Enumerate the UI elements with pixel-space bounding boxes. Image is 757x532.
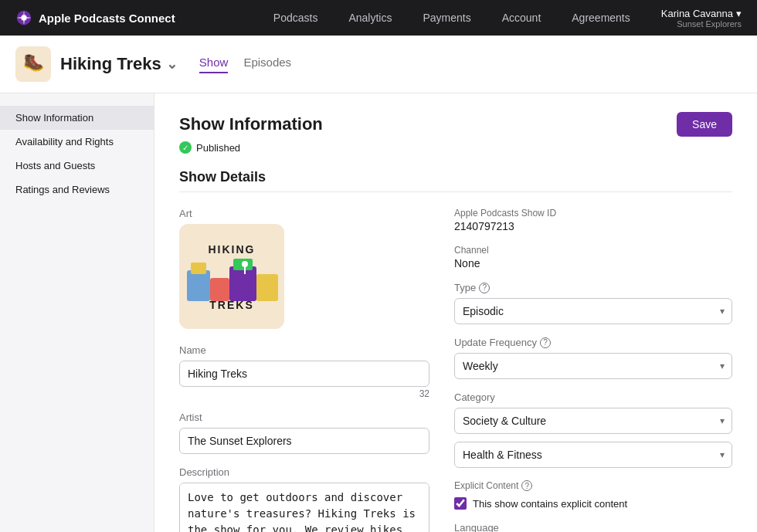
nav-links: Podcasts Analytics Payments Account Agre…: [273, 12, 630, 24]
sidebar-item-availability[interactable]: Availability and Rights: [0, 130, 154, 154]
type-field: Type ? Episodic Serial ▾: [454, 282, 732, 324]
category2-select-wrapper: Health & Fitness ▾: [454, 442, 732, 468]
frequency-label: Update Frequency: [454, 337, 537, 348]
description-label: Description: [179, 466, 429, 478]
art-box: HIKING TREKS: [179, 224, 284, 329]
show-id-label: Apple Podcasts Show ID: [454, 208, 732, 219]
show-thumbnail: 🥾: [15, 46, 51, 82]
svg-rect-6: [191, 263, 206, 274]
nav-link-analytics[interactable]: Analytics: [348, 12, 392, 24]
show-title-text: Hiking Treks: [60, 54, 161, 74]
category1-select-wrapper: Society & Culture ▾: [454, 408, 732, 434]
name-label: Name: [179, 344, 429, 356]
main-content: Show Information Save ✓ Published Show D…: [154, 93, 757, 532]
art-field: Art HIKING: [179, 208, 429, 329]
show-title-area: Hiking Treks ⌄: [60, 54, 178, 74]
category-label: Category: [454, 391, 732, 403]
language-field: Language English Spanish French ▾: [454, 522, 732, 532]
artist-field: Artist: [179, 412, 429, 454]
tab-episodes[interactable]: Episodes: [243, 56, 291, 73]
nav-link-podcasts[interactable]: Podcasts: [273, 12, 318, 24]
page-title: Show Information: [179, 114, 323, 134]
brand-label: Apple Podcasts Connect: [39, 12, 175, 25]
left-column: Art HIKING: [179, 208, 429, 532]
show-tabs: Show Episodes: [199, 56, 291, 73]
art-label: Art: [179, 208, 429, 219]
svg-rect-8: [229, 266, 256, 301]
explicit-help-icon[interactable]: ?: [521, 480, 532, 491]
svg-text:TREKS: TREKS: [209, 299, 253, 311]
name-char-count: 32: [179, 388, 429, 399]
nav-link-payments[interactable]: Payments: [423, 12, 470, 24]
svg-point-13: [242, 261, 248, 267]
category1-select[interactable]: Society & Culture: [454, 408, 732, 434]
published-badge: ✓ Published: [179, 141, 732, 154]
nav-user-sub: Sunset Explorers: [677, 19, 742, 29]
explicit-checkbox-row: This show contains explicit content: [454, 497, 732, 510]
svg-text:🥾: 🥾: [23, 52, 45, 73]
type-help-icon[interactable]: ?: [479, 283, 490, 293]
nav-brand[interactable]: Apple Podcasts Connect: [15, 9, 175, 26]
description-input[interactable]: Love to get outdoors and discover nature…: [179, 483, 429, 532]
channel-value: None: [454, 257, 732, 269]
tab-show[interactable]: Show: [199, 56, 229, 73]
layout: Show Information Availability and Rights…: [0, 93, 757, 532]
frequency-help-icon[interactable]: ?: [540, 337, 551, 348]
sidebar-item-ratings[interactable]: Ratings and Reviews: [0, 178, 154, 202]
nav-link-account[interactable]: Account: [502, 12, 541, 24]
chevron-down-icon: ▾: [736, 8, 742, 19]
details-columns: Art HIKING: [179, 208, 732, 532]
channel-label: Channel: [454, 245, 732, 256]
sidebar-item-hosts[interactable]: Hosts and Guests: [0, 154, 154, 178]
name-field: Name 32: [179, 344, 429, 399]
type-label: Type: [454, 282, 476, 293]
language-label: Language: [454, 522, 732, 532]
channel-row: Channel None: [454, 245, 732, 269]
right-column: Apple Podcasts Show ID 2140797213 Channe…: [454, 208, 732, 532]
svg-rect-5: [187, 270, 210, 301]
frequency-select[interactable]: Daily Weekly Biweekly Monthly: [454, 353, 732, 379]
main-header: Show Information Save: [179, 112, 732, 137]
explicit-checkbox[interactable]: [454, 497, 467, 510]
status-text: Published: [196, 142, 240, 154]
explicit-field: Explicit Content ? This show contains ex…: [454, 480, 732, 510]
section-title: Show Details: [179, 169, 732, 192]
category-field: Category Society & Culture ▾ Health & Fi…: [454, 391, 732, 468]
type-select-wrapper: Episodic Serial ▾: [454, 298, 732, 324]
artist-label: Artist: [179, 412, 429, 423]
podcast-icon: [15, 9, 32, 26]
description-field: Description Love to get outdoors and dis…: [179, 466, 429, 532]
name-input[interactable]: [179, 361, 429, 387]
save-button[interactable]: Save: [677, 112, 732, 137]
nav-user-name: Karina Cavanna ▾: [661, 8, 742, 19]
explicit-checkbox-label: This show contains explicit content: [473, 498, 627, 510]
frequency-select-wrapper: Daily Weekly Biweekly Monthly ▾: [454, 353, 732, 379]
svg-rect-10: [256, 274, 278, 301]
artist-input[interactable]: [179, 428, 429, 454]
sidebar: Show Information Availability and Rights…: [0, 93, 154, 532]
type-select[interactable]: Episodic Serial: [454, 298, 732, 324]
frequency-field: Update Frequency ? Daily Weekly Biweekly…: [454, 337, 732, 379]
explicit-header: Explicit Content ?: [454, 480, 732, 491]
published-icon: ✓: [179, 141, 192, 154]
show-title-chevron[interactable]: ⌄: [166, 56, 178, 73]
explicit-label: Explicit Content: [454, 480, 518, 491]
category2-select[interactable]: Health & Fitness: [454, 442, 732, 468]
svg-rect-7: [210, 278, 229, 301]
nav-link-agreements[interactable]: Agreements: [572, 12, 630, 24]
nav-user[interactable]: Karina Cavanna ▾ Sunset Explorers: [661, 8, 742, 29]
show-header: 🥾 Hiking Treks ⌄ Show Episodes: [0, 36, 757, 93]
show-id-row: Apple Podcasts Show ID 2140797213: [454, 208, 732, 232]
show-id-value: 2140797213: [454, 220, 732, 232]
top-nav: Apple Podcasts Connect Podcasts Analytic…: [0, 0, 757, 36]
svg-text:HIKING: HIKING: [209, 243, 256, 256]
sidebar-item-show-information[interactable]: Show Information: [0, 106, 154, 130]
